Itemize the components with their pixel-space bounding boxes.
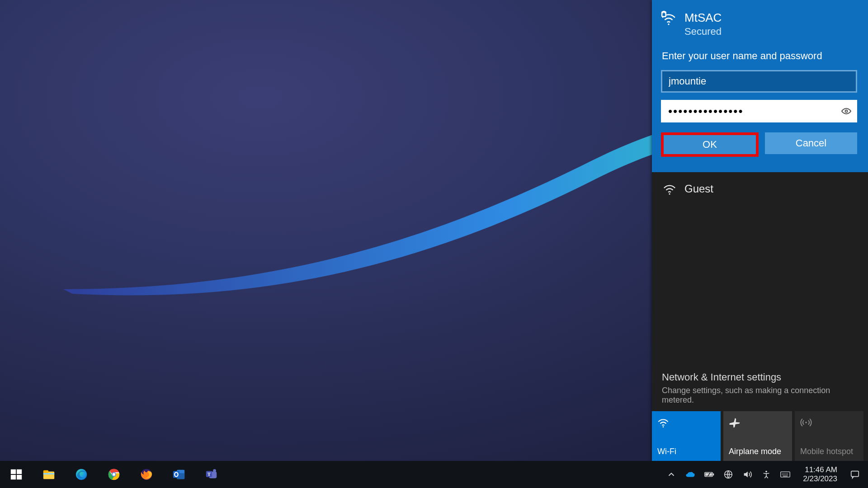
airplane-icon: [729, 417, 741, 428]
tray-chevron-up-icon[interactable]: [666, 469, 676, 479]
tile-hotspot[interactable]: Mobile hotspot: [795, 411, 863, 461]
taskbar-date: 2/23/2023: [803, 474, 837, 483]
network-settings-title: Network & Internet settings: [662, 371, 858, 383]
battery-icon[interactable]: [704, 469, 714, 479]
network-settings-subtitle: Change settings, such as making a connec…: [662, 386, 858, 405]
volume-icon[interactable]: [742, 469, 752, 479]
wifi-open-icon: [663, 182, 676, 196]
svg-point-0: [668, 23, 669, 25]
network-status: Secured: [684, 26, 722, 38]
taskbar-time: 11:46 AM: [803, 465, 837, 474]
firefox-icon[interactable]: [137, 465, 156, 484]
username-input[interactable]: [661, 70, 857, 93]
svg-point-2: [845, 110, 848, 113]
svg-point-4: [663, 426, 664, 427]
hotspot-icon: [800, 417, 812, 428]
onedrive-icon[interactable]: [685, 469, 695, 479]
edge-icon[interactable]: [71, 465, 91, 484]
cancel-button[interactable]: Cancel: [765, 132, 857, 154]
svg-point-23: [213, 469, 216, 472]
svg-rect-7: [17, 469, 22, 474]
network-name: MtSAC: [684, 11, 722, 25]
svg-rect-32: [851, 471, 859, 477]
svg-rect-12: [43, 473, 54, 474]
network-flyout: MtSAC Secured Enter your user name and p…: [652, 0, 868, 461]
wifi-secured-icon: [661, 11, 676, 26]
ok-button[interactable]: OK: [664, 135, 756, 154]
svg-rect-9: [17, 475, 22, 479]
tile-wifi-label: Wi-Fi: [657, 447, 715, 456]
taskbar-clock[interactable]: 11:46 AM 2/23/2023: [799, 465, 841, 483]
svg-point-16: [113, 473, 115, 476]
selected-network-panel: MtSAC Secured Enter your user name and p…: [652, 0, 868, 172]
tile-hotspot-label: Mobile hotspot: [800, 447, 858, 456]
password-input[interactable]: [661, 100, 857, 122]
outlook-icon[interactable]: [169, 465, 189, 484]
network-item-guest[interactable]: Guest: [652, 172, 868, 206]
action-center-icon[interactable]: [850, 469, 860, 479]
svg-rect-27: [713, 474, 714, 475]
network-item-label: Guest: [684, 183, 713, 195]
svg-rect-11: [43, 470, 48, 473]
ok-button-highlight: OK: [661, 132, 759, 157]
network-globe-icon[interactable]: [723, 469, 733, 479]
svg-point-3: [669, 193, 670, 195]
network-settings-link[interactable]: Network & Internet settings Change setti…: [652, 363, 868, 411]
teams-icon[interactable]: T: [202, 465, 222, 484]
file-explorer-icon[interactable]: [39, 465, 59, 484]
svg-text:T: T: [208, 472, 211, 477]
svg-point-5: [805, 422, 807, 423]
tile-airplane-label: Airplane mode: [729, 447, 787, 456]
svg-rect-6: [11, 469, 16, 474]
credentials-prompt: Enter your user name and password: [662, 50, 857, 62]
svg-point-30: [766, 471, 768, 473]
accessibility-icon[interactable]: [761, 469, 771, 479]
start-button[interactable]: [6, 465, 26, 484]
tile-wifi[interactable]: Wi-Fi: [652, 411, 721, 461]
chrome-icon[interactable]: [104, 465, 124, 484]
keyboard-icon[interactable]: [780, 469, 790, 479]
reveal-password-icon[interactable]: [841, 106, 852, 117]
wifi-icon: [657, 417, 669, 428]
taskbar: T 11:46 AM 2/23/2023: [0, 461, 868, 488]
svg-rect-8: [11, 475, 16, 479]
quick-action-tiles: Wi-Fi Airplane mode Mobile hotspot: [652, 411, 868, 461]
tile-airplane[interactable]: Airplane mode: [723, 411, 792, 461]
